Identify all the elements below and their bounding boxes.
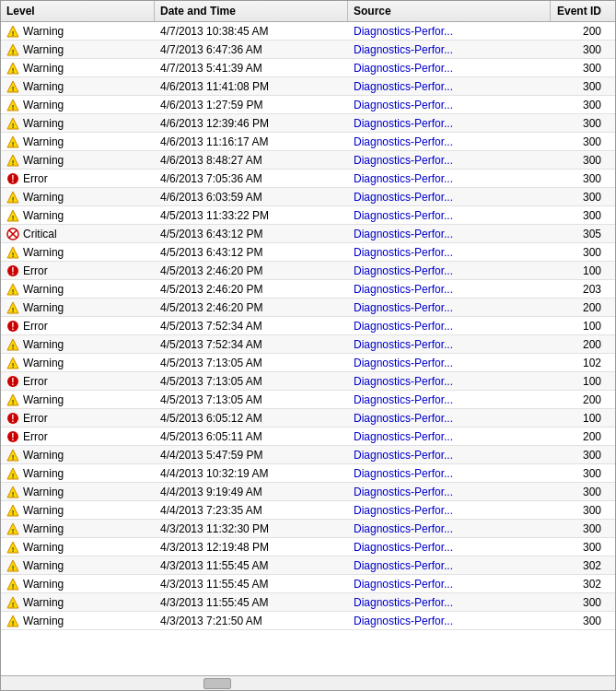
level-text: Warning [23,559,64,572]
cell-eventid: 300 [551,538,607,556]
table-row[interactable]: ! Warning4/6/2013 11:41:08 PMDiagnostics… [1,77,615,96]
cell-source: Diagnostics-Perfor... [348,114,551,132]
level-text: Error [23,412,48,425]
column-header-level[interactable]: Level [1,1,155,21]
table-row[interactable]: ! Warning4/5/2013 6:43:12 PMDiagnostics-… [1,243,615,262]
svg-text:!: ! [11,174,14,184]
warning-icon: ! [6,596,19,609]
level-text: Error [23,375,48,388]
cell-source: Diagnostics-Perfor... [348,317,551,334]
level-text: Warning [23,25,64,38]
horizontal-scrollbar[interactable] [1,675,615,690]
table-row[interactable]: ! Warning4/3/2013 12:19:48 PMDiagnostics… [1,538,615,556]
cell-level: ! Warning [1,612,155,629]
cell-eventid: 300 [551,206,607,224]
table-row[interactable]: ! Warning4/5/2013 2:46:20 PMDiagnostics-… [1,280,615,299]
table-row[interactable]: ! Error4/5/2013 7:52:34 AMDiagnostics-Pe… [1,317,615,335]
table-row[interactable]: ! Warning4/3/2013 11:32:30 PMDiagnostics… [1,520,615,538]
table-row[interactable]: ! Warning4/5/2013 7:13:05 AMDiagnostics-… [1,354,615,372]
level-text: Warning [23,578,64,591]
table-row[interactable]: ! Warning4/4/2013 10:32:19 AMDiagnostics… [1,464,615,483]
cell-level: ! Warning [1,538,155,556]
cell-level: ! Warning [1,464,155,482]
table-row[interactable]: ! Warning4/3/2013 11:55:45 AMDiagnostics… [1,575,615,593]
warning-icon: ! [6,135,19,148]
cell-eventid: 200 [551,335,607,353]
cell-level: ! Error [1,317,155,334]
critical-icon [6,228,19,240]
cell-source: Diagnostics-Perfor... [348,372,551,390]
warning-icon: ! [6,578,19,591]
table-body[interactable]: ! Warning4/7/2013 10:38:45 AMDiagnostics… [1,22,615,675]
column-header-source[interactable]: Source [348,1,551,21]
cell-eventid: 300 [551,77,607,95]
column-header-eventid[interactable]: Event ID [551,1,607,21]
cell-level: ! Warning [1,151,155,169]
table-row[interactable]: ! Warning4/6/2013 12:39:46 PMDiagnostics… [1,114,615,133]
table-row[interactable]: ! Error4/5/2013 6:05:12 AMDiagnostics-Pe… [1,409,615,427]
table-row[interactable]: ! Warning4/6/2013 8:48:27 AMDiagnostics-… [1,151,615,170]
cell-datetime: 4/5/2013 11:33:22 PM [155,206,348,224]
svg-text:!: ! [12,563,15,571]
cell-level: ! Warning [1,133,155,150]
table-row[interactable]: ! Warning4/4/2013 5:47:59 PMDiagnostics-… [1,446,615,464]
table-row[interactable]: ! Warning4/6/2013 6:03:59 AMDiagnostics-… [1,188,615,206]
table-row[interactable]: ! Warning4/5/2013 7:52:34 AMDiagnostics-… [1,335,615,354]
level-text: Warning [23,209,64,222]
cell-source: Diagnostics-Perfor... [348,96,551,113]
table-row[interactable]: ! Warning4/7/2013 6:47:36 AMDiagnostics-… [1,41,615,59]
table-row[interactable]: ! Warning4/4/2013 9:19:49 AMDiagnostics-… [1,483,615,501]
level-text: Warning [23,99,64,111]
svg-text:!: ! [12,618,15,627]
error-icon: ! [6,264,19,277]
table-row[interactable]: ! Warning4/3/2013 11:55:45 AMDiagnostics… [1,556,615,575]
table-row[interactable]: ! Error4/5/2013 7:13:05 AMDiagnostics-Pe… [1,372,615,391]
cell-source: Diagnostics-Perfor... [348,520,551,537]
cell-eventid: 305 [551,225,607,242]
cell-level: ! Error [1,262,155,279]
svg-text:!: ! [12,508,15,516]
cell-level: ! Warning [1,96,155,113]
cell-datetime: 4/3/2013 11:32:30 PM [155,520,348,537]
table-row[interactable]: ! Warning4/5/2013 11:33:22 PMDiagnostics… [1,206,615,225]
svg-text:!: ! [12,526,15,534]
svg-text:!: ! [12,360,15,369]
svg-text:!: ! [12,84,15,92]
cell-eventid: 300 [551,501,607,519]
table-row[interactable]: ! Error4/5/2013 6:05:11 AMDiagnostics-Pe… [1,427,615,446]
table-row[interactable]: ! Error4/5/2013 2:46:20 PMDiagnostics-Pe… [1,262,615,280]
cell-eventid: 300 [551,593,607,611]
warning-icon: ! [6,154,19,167]
cell-source: Diagnostics-Perfor... [348,59,551,76]
svg-text:!: ! [12,452,15,461]
cell-datetime: 4/5/2013 6:05:12 AM [155,409,348,427]
cell-level: ! Warning [1,391,155,408]
table-row[interactable]: ! Warning4/3/2013 11:55:45 AMDiagnostics… [1,593,615,612]
cell-eventid: 200 [551,22,607,40]
table-row[interactable]: ! Error4/6/2013 7:05:36 AMDiagnostics-Pe… [1,170,615,188]
table-row[interactable]: ! Warning4/7/2013 10:38:45 AMDiagnostics… [1,22,615,41]
cell-level: ! Warning [1,520,155,537]
table-row[interactable]: ! Warning4/3/2013 7:21:50 AMDiagnostics-… [1,612,615,630]
cell-datetime: 4/5/2013 7:52:34 AM [155,317,348,334]
table-row[interactable]: ! Warning4/6/2013 1:27:59 PMDiagnostics-… [1,96,615,114]
table-row[interactable]: ! Warning4/7/2013 5:41:39 AMDiagnostics-… [1,59,615,77]
warning-icon: ! [6,559,19,572]
table-row[interactable]: Critical4/5/2013 6:43:12 PMDiagnostics-P… [1,225,615,243]
level-text: Warning [23,615,64,627]
horizontal-scroll-thumb[interactable] [203,678,231,689]
cell-eventid: 100 [551,372,607,390]
cell-source: Diagnostics-Perfor... [348,593,551,611]
cell-source: Diagnostics-Perfor... [348,151,551,169]
cell-datetime: 4/3/2013 7:21:50 AM [155,612,348,629]
warning-icon: ! [6,467,19,480]
table-row[interactable]: ! Warning4/4/2013 7:23:35 AMDiagnostics-… [1,501,615,520]
warning-icon: ! [6,393,19,406]
warning-icon: ! [6,209,19,222]
table-row[interactable]: ! Warning4/6/2013 11:16:17 AMDiagnostics… [1,133,615,151]
column-header-datetime[interactable]: Date and Time [155,1,348,21]
cell-source: Diagnostics-Perfor... [348,280,551,298]
table-row[interactable]: ! Warning4/5/2013 2:46:20 PMDiagnostics-… [1,299,615,317]
table-row[interactable]: ! Warning4/5/2013 7:13:05 AMDiagnostics-… [1,391,615,409]
warning-icon: ! [6,246,19,259]
